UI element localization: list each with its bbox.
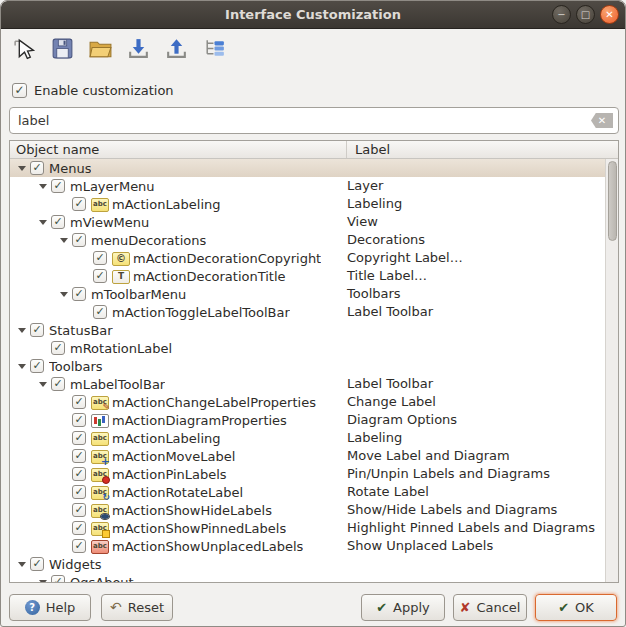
tree-row-mToolbarMenu[interactable]: ✓mToolbarMenuToolbars [10, 285, 605, 303]
column-header-label[interactable]: Label [347, 141, 618, 158]
expand-arrow-icon[interactable] [37, 215, 51, 229]
expand-tree-icon[interactable] [200, 34, 229, 63]
tree-row-Widgets[interactable]: ✓Widgets [10, 555, 605, 573]
reset-button[interactable]: ↶ Reset [101, 594, 173, 621]
titlebar[interactable]: Interface Customization − □ ✕ [1, 1, 625, 29]
checkbox-mActionLabeling[interactable]: ✓ [72, 431, 86, 445]
tree-row-mActionRotateLabel[interactable]: ✓mActionRotateLabelRotate Label [10, 483, 605, 501]
close-icon[interactable]: ✕ [600, 5, 619, 24]
save-to-file-icon[interactable] [48, 34, 77, 63]
tree-row-mActionToggleLabelToolBar[interactable]: ✓mActionToggleLabelToolBarLabel Toolbar [10, 303, 605, 321]
tree-row-QgsAbout[interactable]: ✓QgsAbout [10, 573, 605, 582]
search-input[interactable] [18, 113, 591, 128]
enable-customization-label: Enable customization [34, 83, 174, 98]
import-down-icon[interactable] [124, 34, 153, 63]
expand-arrow-icon[interactable] [58, 287, 72, 301]
catch-widgets-icon[interactable] [10, 34, 39, 63]
arrow-spacer [58, 197, 72, 211]
checkbox-mLayerMenu[interactable]: ✓ [51, 179, 65, 193]
object-label-text: Label Toolbar [347, 375, 433, 393]
expand-arrow-icon[interactable] [16, 323, 30, 337]
object-label-text: Pin/Unpin Labels and Diagrams [347, 465, 550, 483]
expand-arrow-icon[interactable] [37, 575, 51, 582]
help-button[interactable]: ? Help [9, 594, 91, 621]
tree-row-mViewMenu[interactable]: ✓mViewMenuView [10, 213, 605, 231]
tree-row-mActionShowUnplacedLabels[interactable]: ✓mActionShowUnplacedLabelsShow Unplaced … [10, 537, 605, 555]
tree-row-mRotationLabel[interactable]: ✓mRotationLabel [10, 339, 605, 357]
checkbox-Menus[interactable]: ✓ [30, 161, 44, 175]
clear-search-icon[interactable]: ✕ [591, 113, 613, 128]
apply-button[interactable]: ✔ Apply [361, 594, 445, 621]
checkbox-mActionToggleLabelToolBar[interactable]: ✓ [93, 305, 107, 319]
show-pinned-labels-icon [91, 521, 108, 536]
expand-arrow-icon[interactable] [16, 557, 30, 571]
tree-row-mLayerMenu[interactable]: ✓mLayerMenuLayer [10, 177, 605, 195]
checkbox-Toolbars[interactable]: ✓ [30, 359, 44, 373]
object-name-text: mActionShowHideLabels [112, 503, 272, 518]
checkbox-mToolbarMenu[interactable]: ✓ [72, 287, 86, 301]
tree-row-mActionShowHideLabels[interactable]: ✓mActionShowHideLabelsShow/Hide Labels a… [10, 501, 605, 519]
checkbox-mActionMoveLabel[interactable]: ✓ [72, 449, 86, 463]
tree-row-mLabelToolBar[interactable]: ✓mLabelToolBarLabel Toolbar [10, 375, 605, 393]
checkbox-mActionDiagramProperties[interactable]: ✓ [72, 413, 86, 427]
object-name-text: mActionShowUnplacedLabels [112, 539, 303, 554]
checkbox-mActionDecorationCopyright[interactable]: ✓ [93, 251, 107, 265]
object-name-text: mActionShowPinnedLabels [112, 521, 286, 536]
object-label-text: Copyright Label… [347, 249, 463, 267]
vertical-scrollbar[interactable] [605, 159, 618, 582]
scrollbar-thumb[interactable] [608, 161, 617, 241]
tree-row-Menus[interactable]: ✓Menus [10, 159, 605, 177]
tree-row-StatusBar[interactable]: ✓StatusBar [10, 321, 605, 339]
tree-row-mActionDecorationCopyright[interactable]: ✓mActionDecorationCopyrightCopyright Lab… [10, 249, 605, 267]
enable-customization-row[interactable]: ✓ Enable customization [12, 83, 174, 98]
expand-arrow-icon[interactable] [37, 179, 51, 193]
arrow-spacer [58, 431, 72, 445]
object-label-text: Toolbars [347, 285, 401, 303]
expand-arrow-icon[interactable] [58, 233, 72, 247]
tree-row-mActionPinLabels[interactable]: ✓mActionPinLabelsPin/Unpin Labels and Di… [10, 465, 605, 483]
ok-button[interactable]: ✔ OK [535, 594, 617, 621]
tree-row-mActionDecorationTitle[interactable]: ✓mActionDecorationTitleTitle Label… [10, 267, 605, 285]
object-label-text: Rotate Label [347, 483, 429, 501]
checkbox-mActionShowHideLabels[interactable]: ✓ [72, 503, 86, 517]
object-label-text: Labeling [347, 429, 402, 447]
tree-row-mActionLabeling[interactable]: ✓mActionLabelingLabeling [10, 195, 605, 213]
checkbox-Widgets[interactable]: ✓ [30, 557, 44, 571]
checkbox-mActionLabeling[interactable]: ✓ [72, 197, 86, 211]
tree-row-mActionLabeling[interactable]: ✓mActionLabelingLabeling [10, 429, 605, 447]
checkbox-mActionRotateLabel[interactable]: ✓ [72, 485, 86, 499]
column-header-object-name[interactable]: Object name [10, 141, 347, 158]
arrow-spacer [37, 341, 51, 355]
tree-row-menuDecorations[interactable]: ✓menuDecorationsDecorations [10, 231, 605, 249]
diagram-properties-icon [91, 413, 108, 428]
export-up-icon[interactable] [162, 34, 191, 63]
enable-customization-checkbox[interactable]: ✓ [12, 83, 27, 98]
ok-check-icon: ✔ [558, 601, 569, 614]
maximize-icon[interactable]: □ [576, 5, 595, 24]
load-from-file-icon[interactable] [86, 34, 115, 63]
expand-arrow-icon[interactable] [16, 161, 30, 175]
cancel-button[interactable]: ✘ Cancel [453, 594, 527, 621]
tree-row-mActionChangeLabelProperties[interactable]: ✓mActionChangeLabelPropertiesChange Labe… [10, 393, 605, 411]
expand-arrow-icon[interactable] [37, 377, 51, 391]
arrow-spacer [79, 305, 93, 319]
tree-row-Toolbars[interactable]: ✓Toolbars [10, 357, 605, 375]
checkbox-menuDecorations[interactable]: ✓ [72, 233, 86, 247]
minimize-icon[interactable]: − [552, 5, 571, 24]
arrow-spacer [58, 395, 72, 409]
checkbox-mActionPinLabels[interactable]: ✓ [72, 467, 86, 481]
checkbox-mActionChangeLabelProperties[interactable]: ✓ [72, 395, 86, 409]
expand-arrow-icon[interactable] [16, 359, 30, 373]
checkbox-mActionShowPinnedLabels[interactable]: ✓ [72, 521, 86, 535]
checkbox-mRotationLabel[interactable]: ✓ [51, 341, 65, 355]
tree-row-mActionDiagramProperties[interactable]: ✓mActionDiagramPropertiesDiagram Options [10, 411, 605, 429]
checkbox-QgsAbout[interactable]: ✓ [51, 575, 65, 582]
tree-row-mActionShowPinnedLabels[interactable]: ✓mActionShowPinnedLabelsHighlight Pinned… [10, 519, 605, 537]
checkbox-mViewMenu[interactable]: ✓ [51, 215, 65, 229]
checkbox-mLabelToolBar[interactable]: ✓ [51, 377, 65, 391]
tree-row-mActionMoveLabel[interactable]: ✓mActionMoveLabelMove Label and Diagram [10, 447, 605, 465]
checkbox-mActionShowUnplacedLabels[interactable]: ✓ [72, 539, 86, 553]
checkbox-StatusBar[interactable]: ✓ [30, 323, 44, 337]
reset-icon: ↶ [110, 601, 122, 614]
checkbox-mActionDecorationTitle[interactable]: ✓ [93, 269, 107, 283]
